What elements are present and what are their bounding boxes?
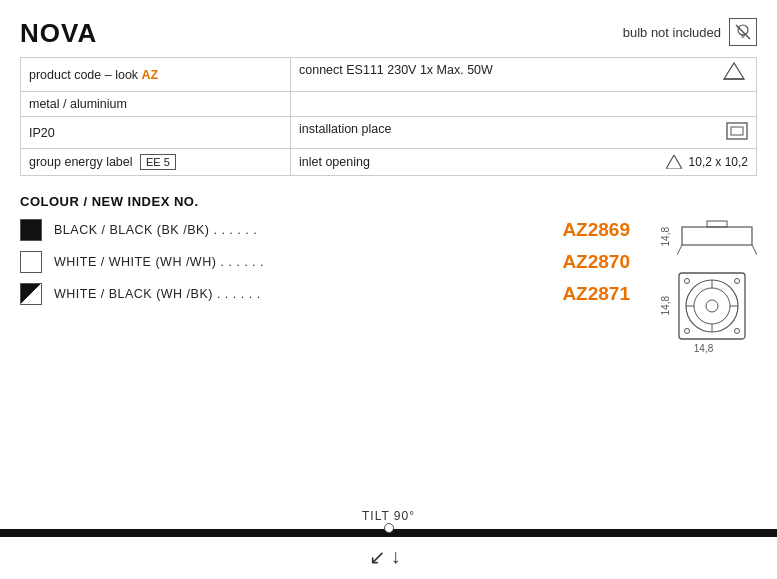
svg-marker-8: [666, 155, 682, 169]
colour-title: COLOUR / NEW INDEX NO.: [20, 194, 757, 209]
svg-point-24: [735, 329, 740, 334]
spec-row-material: metal / aluminium: [21, 92, 757, 117]
tilt-arrow-left: ↙: [369, 545, 386, 569]
colour-item-half: WHITE / BLACK (WH /BK) . . . . . . AZ287…: [20, 283, 630, 305]
spec-right-connect: connect ES111 230V 1x Max. 50W: [291, 58, 757, 92]
spec-left-product-code: product code – look AZ: [21, 58, 291, 92]
svg-point-1: [738, 25, 748, 35]
bulb-notice: bulb not included: [623, 18, 757, 46]
product-look-code: AZ: [142, 68, 159, 82]
colour-list: BLACK / BLACK (BK /BK) . . . . . . AZ286…: [20, 219, 630, 354]
spec-right-material: [291, 92, 757, 117]
svg-rect-9: [682, 227, 752, 245]
tilt-label: TILT 90°: [0, 509, 777, 523]
spec-left-ip: IP20: [21, 117, 291, 149]
spec-right-inlet: inlet opening 10,2 x 10,2: [291, 149, 757, 176]
svg-point-16: [706, 300, 718, 312]
spec-row-energy: group energy label EE 5 inlet opening 10…: [21, 149, 757, 176]
colour-code-black: AZ2869: [562, 219, 630, 241]
colour-label-black: BLACK / BLACK (BK /BK) . . . . . .: [54, 223, 554, 237]
svg-rect-7: [731, 127, 743, 135]
spec-left-material: metal / aluminium: [21, 92, 291, 117]
spec-left-energy: group energy label EE 5: [21, 149, 291, 176]
svg-line-11: [752, 245, 757, 255]
svg-point-15: [694, 288, 730, 324]
side-profile-diagram: [677, 219, 757, 255]
colour-item-white: WHITE / WHITE (WH /WH) . . . . . . AZ287…: [20, 251, 630, 273]
colour-item-black: BLACK / BLACK (BK /BK) . . . . . . AZ286…: [20, 219, 630, 241]
svg-point-21: [685, 279, 690, 284]
energy-badge: EE 5: [140, 154, 176, 170]
tilt-pivot: [384, 523, 394, 533]
colour-code-white: AZ2870: [562, 251, 630, 273]
spec-right-installation: installation place: [291, 117, 757, 149]
tilt-section: TILT 90° ↙ ↓: [0, 509, 777, 579]
diag1-v-label: 14,8: [660, 227, 671, 246]
colour-section: COLOUR / NEW INDEX NO. BLACK / BLACK (BK…: [20, 194, 757, 354]
svg-point-22: [735, 279, 740, 284]
diag2-v-label: 14,8: [660, 296, 671, 315]
colour-label-half: WHITE / BLACK (WH /BK) . . . . . .: [54, 287, 554, 301]
bulb-label: bulb not included: [623, 25, 721, 40]
svg-line-10: [677, 245, 682, 255]
svg-rect-12: [707, 221, 727, 227]
bulb-icon: [729, 18, 757, 46]
bottom-view-diagram: [677, 271, 747, 341]
svg-rect-6: [727, 123, 747, 139]
diag2-h-label: 14,8: [694, 343, 713, 354]
colour-grid: BLACK / BLACK (BK /BK) . . . . . . AZ286…: [20, 219, 757, 354]
spec-row-ip: IP20 installation place: [21, 117, 757, 149]
colour-code-half: AZ2871: [562, 283, 630, 305]
swatch-black: [20, 219, 42, 241]
spec-row-product-code: product code – look AZ connect ES111 230…: [21, 58, 757, 92]
svg-marker-4: [724, 63, 744, 79]
swatch-white: [20, 251, 42, 273]
swatch-half: [20, 283, 42, 305]
tilt-arrow-down: ↓: [391, 545, 401, 568]
spec-table: product code – look AZ connect ES111 230…: [20, 57, 757, 176]
colour-label-white: WHITE / WHITE (WH /WH) . . . . . .: [54, 255, 554, 269]
svg-point-23: [685, 329, 690, 334]
